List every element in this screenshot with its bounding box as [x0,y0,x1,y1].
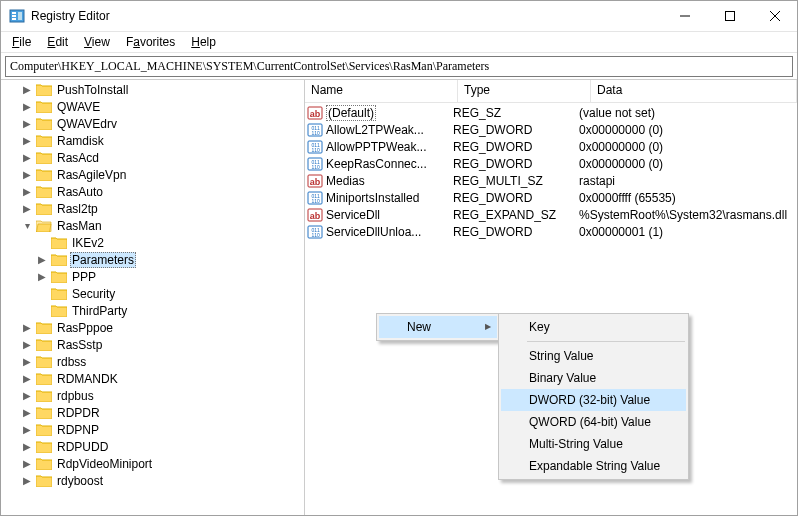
tree-node[interactable]: ▶RasPppoe [1,319,304,336]
context-menu-parent: New [376,313,500,341]
tree-pane[interactable]: ▶PushToInstall▶QWAVE▶QWAVEdrv▶Ramdisk▶Ra… [1,80,305,515]
folder-icon [51,304,67,317]
tree-expander[interactable]: ▶ [21,390,33,401]
tree-node[interactable]: ▶RDMANDK [1,370,304,387]
tree-node[interactable]: ▶RasAuto [1,183,304,200]
tree-expander[interactable]: ▶ [21,458,33,469]
context-new[interactable]: New [379,316,497,338]
tree-node[interactable]: ▶Parameters [1,251,304,268]
tree-node[interactable]: ▶PushToInstall [1,81,304,98]
new-key[interactable]: Key [501,316,686,338]
reg-string-icon: ab [307,105,323,121]
new-string-value[interactable]: String Value [501,345,686,367]
tree-node[interactable]: ▶QWAVE [1,98,304,115]
value-row[interactable]: 011110KeepRasConnec...REG_DWORD0x0000000… [305,155,797,172]
tree-node-label: RasAgileVpn [55,168,128,182]
new-expandstring-value[interactable]: Expandable String Value [501,455,686,477]
tree-expander[interactable]: ▶ [36,254,48,265]
tree-expander[interactable]: ▶ [36,271,48,282]
tree-node[interactable]: ▶PPP [1,268,304,285]
new-multistring-value[interactable]: Multi-String Value [501,433,686,455]
tree-node[interactable]: ▶rdbss [1,353,304,370]
tree-expander[interactable]: ▶ [21,84,33,95]
tree-node-label: RDPUDD [55,440,110,454]
tree-node[interactable]: ▶rdyboost [1,472,304,489]
menu-edit[interactable]: Edit [40,34,75,50]
tree-node[interactable]: ▶rdpbus [1,387,304,404]
tree-node[interactable]: ▶RdpVideoMiniport [1,455,304,472]
tree-expander[interactable]: ▶ [21,186,33,197]
value-data: 0x00000001 (1) [573,225,797,239]
tree-node[interactable]: ▶Ramdisk [1,132,304,149]
tree-node-label: RDMANDK [55,372,120,386]
tree-expander[interactable]: ▶ [21,169,33,180]
tree-node-label: RdpVideoMiniport [55,457,154,471]
tree-node[interactable]: ▶RDPNP [1,421,304,438]
column-name[interactable]: Name [305,80,458,102]
folder-icon [36,168,52,181]
value-type: REG_DWORD [447,225,573,239]
tree-expander[interactable]: ▶ [21,203,33,214]
tree-expander[interactable]: ▶ [21,322,33,333]
svg-rect-1 [12,12,16,14]
value-data: 0x00000000 (0) [573,123,797,137]
tree-node-label: Rasl2tp [55,202,100,216]
tree-expander[interactable]: ▶ [21,118,33,129]
tree-node[interactable]: ▶RasAgileVpn [1,166,304,183]
tree-node[interactable]: ▶Rasl2tp [1,200,304,217]
value-data: 0x0000ffff (65535) [573,191,797,205]
maximize-button[interactable] [707,1,752,31]
tree-node[interactable]: ▶RDPUDD [1,438,304,455]
tree-expander[interactable]: ▶ [21,373,33,384]
tree-expander[interactable]: ▶ [21,101,33,112]
value-row[interactable]: 011110AllowL2TPWeak...REG_DWORD0x0000000… [305,121,797,138]
tree-node[interactable]: ▾RasMan [1,217,304,234]
value-row[interactable]: abMediasREG_MULTI_SZrastapi [305,172,797,189]
tree-expander[interactable]: ▶ [21,135,33,146]
tree-node[interactable]: ▶QWAVEdrv [1,115,304,132]
window-controls [662,1,797,31]
column-data[interactable]: Data [591,80,797,102]
menu-view[interactable]: View [77,34,117,50]
value-row[interactable]: 011110AllowPPTPWeak...REG_DWORD0x0000000… [305,138,797,155]
tree-node[interactable]: ThirdParty [1,302,304,319]
value-name: ServiceDllUnloa... [326,225,421,239]
tree-node[interactable]: ▶RasAcd [1,149,304,166]
new-qword-value[interactable]: QWORD (64-bit) Value [501,411,686,433]
column-type[interactable]: Type [458,80,591,102]
tree-expander[interactable]: ▶ [21,339,33,350]
titlebar[interactable]: Registry Editor [1,1,797,32]
menu-favorites[interactable]: Favorites [119,34,182,50]
folder-icon [36,389,52,402]
value-row[interactable]: ab(Default)REG_SZ(value not set) [305,104,797,121]
tree-expander[interactable]: ▶ [21,152,33,163]
new-dword-value[interactable]: DWORD (32-bit) Value [501,389,686,411]
address-input[interactable] [5,56,793,77]
tree-node-label: PushToInstall [55,83,130,97]
value-row[interactable]: 011110ServiceDllUnloa...REG_DWORD0x00000… [305,223,797,240]
new-binary-value[interactable]: Binary Value [501,367,686,389]
tree-expander[interactable]: ▶ [21,441,33,452]
menu-help[interactable]: Help [184,34,223,50]
tree-expander[interactable]: ▾ [21,220,33,231]
value-data: (value not set) [573,106,797,120]
value-row[interactable]: 011110MiniportsInstalledREG_DWORD0x0000f… [305,189,797,206]
tree-expander[interactable]: ▶ [21,356,33,367]
svg-text:110: 110 [312,232,321,238]
tree-node[interactable]: ▶RDPDR [1,404,304,421]
tree-expander[interactable]: ▶ [21,475,33,486]
tree-expander[interactable]: ▶ [21,407,33,418]
window-title: Registry Editor [31,9,662,23]
tree-node[interactable]: ▶RasSstp [1,336,304,353]
close-button[interactable] [752,1,797,31]
tree-node[interactable]: IKEv2 [1,234,304,251]
value-row[interactable]: abServiceDllREG_EXPAND_SZ%SystemRoot%\Sy… [305,206,797,223]
value-type: REG_DWORD [447,140,573,154]
minimize-button[interactable] [662,1,707,31]
menu-file[interactable]: File [5,34,38,50]
tree-node[interactable]: Security [1,285,304,302]
tree-expander[interactable]: ▶ [21,424,33,435]
svg-rect-3 [12,18,16,20]
svg-text:ab: ab [310,211,321,221]
tree-node-label: RasPppoe [55,321,115,335]
